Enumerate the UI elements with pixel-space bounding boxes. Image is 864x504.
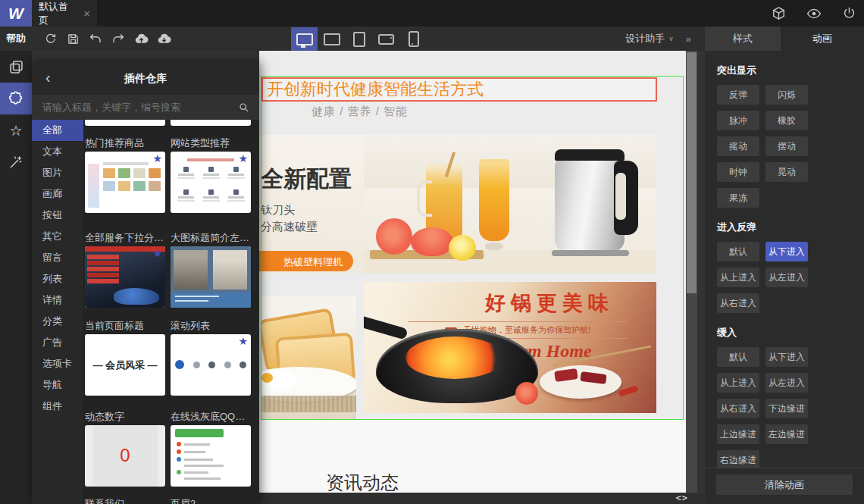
plugin-card-scroll-list[interactable]: ★ xyxy=(171,334,251,396)
animation-button[interactable]: 下边缘进 xyxy=(765,399,808,418)
feature-cta-button[interactable]: 热破壁料理机 xyxy=(259,251,353,271)
animation-button[interactable]: 闪烁 xyxy=(765,85,808,105)
sidebar-item-pages[interactable] xyxy=(0,51,32,83)
site-hero-subtitle[interactable]: 健康 / 营养 / 智能 xyxy=(282,105,437,119)
animation-button[interactable]: 晃动 xyxy=(765,162,808,182)
plugin-card-image-slider[interactable] xyxy=(171,246,251,308)
left-sidebar: ☆ xyxy=(0,51,32,504)
design-assistant-dropdown[interactable]: 设计助手 ∨ xyxy=(625,32,674,45)
plugin-category-11[interactable]: 选项卡 xyxy=(32,353,83,374)
plugin-search-bar[interactable] xyxy=(32,95,259,120)
news-section[interactable]: 资讯动态 xyxy=(259,419,686,493)
device-desktop-button[interactable] xyxy=(291,27,318,51)
animation-button[interactable]: 橡胶 xyxy=(765,111,808,130)
design-canvas[interactable]: 开创新时代健康智能生活方式 健康 / 营养 / 智能 全新配置 钛刀头 分高速破… xyxy=(259,51,686,493)
animation-button[interactable]: 时钟 xyxy=(717,162,759,182)
plugin-category-10[interactable]: 广告 xyxy=(32,332,83,353)
redo-icon[interactable] xyxy=(110,30,127,48)
animation-button[interactable]: 摆动 xyxy=(765,136,808,156)
device-tablet-portrait-button[interactable] xyxy=(346,27,372,51)
animation-button[interactable]: 从左进入 xyxy=(765,373,808,393)
animation-button[interactable]: 从右进入 xyxy=(717,293,759,313)
save-icon[interactable] xyxy=(64,30,81,48)
animation-button[interactable]: 果冻 xyxy=(717,188,759,208)
device-tablet-landscape-button[interactable] xyxy=(318,27,345,51)
kettle-banner-image[interactable] xyxy=(364,135,656,273)
refresh-icon[interactable] xyxy=(42,30,58,48)
plugin-category-7[interactable]: 列表 xyxy=(32,268,83,290)
canvas-scrollbar[interactable] xyxy=(686,51,697,493)
plugin-card-partial[interactable] xyxy=(85,120,165,126)
plugin-category-0[interactable]: 全部 xyxy=(32,120,83,141)
device-phone-portrait-button[interactable] xyxy=(400,27,427,51)
help-button[interactable]: 帮助 xyxy=(6,27,26,51)
animation-button[interactable]: 从下进入 xyxy=(765,347,808,367)
plugin-card-hot-products[interactable]: ★ xyxy=(85,152,165,213)
animation-button[interactable]: 脉冲 xyxy=(717,111,759,130)
plugin-category-13[interactable]: 组件 xyxy=(32,396,83,417)
plugin-card-qq-service[interactable] xyxy=(171,425,251,487)
animation-button[interactable]: 反弹 xyxy=(717,85,759,105)
components-cube-icon[interactable] xyxy=(772,6,786,20)
animation-button[interactable]: 右边缘进 xyxy=(717,450,759,468)
cloud-upload-icon[interactable] xyxy=(133,30,149,48)
search-icon[interactable] xyxy=(238,102,250,114)
sidebar-item-plugins[interactable] xyxy=(0,83,32,114)
collapse-panel-arrows[interactable]: » xyxy=(686,33,691,45)
site-hero-title[interactable]: 开创新时代健康智能生活方式 xyxy=(263,79,656,99)
preview-eye-icon[interactable] xyxy=(806,6,822,21)
page-tab[interactable]: 默认首页 × xyxy=(32,0,97,27)
sidebar-item-favorites[interactable]: ☆ xyxy=(0,114,32,146)
wok-banner-image[interactable]: 好锅更美味 无忧购物，至诚服务为你保驾护航! Warm Home xyxy=(364,282,656,413)
plugin-category-9[interactable]: 分类 xyxy=(32,311,83,332)
animation-button[interactable]: 上边缘进 xyxy=(717,424,759,444)
animation-button[interactable]: 从左进入 xyxy=(765,268,808,287)
feature-text-block[interactable]: 全新配置 钛刀头 分高速破壁 热破壁料理机 xyxy=(259,135,364,273)
plugin-category-6[interactable]: 留言 xyxy=(32,247,83,268)
clear-animation-button[interactable]: 清除动画 xyxy=(716,474,853,495)
tab-animation[interactable]: 动画 xyxy=(781,27,864,51)
star-icon[interactable]: ★ xyxy=(238,153,248,164)
plugin-search-input[interactable] xyxy=(41,101,238,114)
animation-button[interactable]: 默认 xyxy=(717,242,759,261)
star-icon[interactable]: ★ xyxy=(152,153,162,164)
toast-banner-image[interactable] xyxy=(261,296,356,419)
tab-close-icon[interactable]: × xyxy=(83,8,90,19)
plugin-label: 热门推荐商品 xyxy=(85,136,165,150)
news-heading[interactable]: 资讯动态 xyxy=(326,471,399,493)
sidebar-item-wizard[interactable] xyxy=(0,146,32,178)
cloud-download-icon[interactable] xyxy=(155,30,172,48)
feature-line-2[interactable]: 分高速破壁 xyxy=(261,220,318,234)
plugin-card-page-title[interactable]: — 会员风采 — xyxy=(85,334,165,396)
plugin-card-partial[interactable] xyxy=(171,120,251,126)
power-exit-icon[interactable] xyxy=(842,6,856,20)
animation-button[interactable]: 从下进入 xyxy=(765,242,808,261)
back-arrow-icon[interactable]: ‹ xyxy=(45,62,51,95)
plugin-card-dropdown-menu[interactable]: ★ xyxy=(85,246,165,308)
undo-icon[interactable] xyxy=(87,30,104,48)
animation-button[interactable]: 左边缘进 xyxy=(765,424,808,444)
scrollbar-thumb[interactable] xyxy=(687,52,697,293)
animation-button[interactable]: 从上进入 xyxy=(717,268,759,287)
animation-button[interactable]: 摇动 xyxy=(717,136,759,156)
plugin-card-dynamic-number[interactable]: 0 xyxy=(85,425,165,487)
animation-button[interactable]: 默认 xyxy=(717,347,759,367)
plugin-card-website-types[interactable]: ★ xyxy=(171,152,251,213)
feature-line-1[interactable]: 钛刀头 xyxy=(261,203,295,218)
plugin-category-8[interactable]: 详情 xyxy=(32,290,83,311)
animation-button[interactable]: 从右进入 xyxy=(717,399,759,418)
plugin-category-4[interactable]: 按钮 xyxy=(32,205,83,226)
selected-title-element[interactable]: 开创新时代健康智能生活方式 xyxy=(261,77,657,102)
code-view-icon[interactable]: <> xyxy=(676,493,688,504)
tab-style[interactable]: 样式 xyxy=(705,27,781,51)
plugin-category-2[interactable]: 图片 xyxy=(32,162,83,183)
star-icon[interactable]: ★ xyxy=(238,336,248,346)
star-icon[interactable]: ★ xyxy=(152,248,162,258)
animation-button[interactable]: 从上进入 xyxy=(717,373,759,393)
plugin-category-5[interactable]: 其它 xyxy=(32,226,83,247)
plugin-category-1[interactable]: 文本 xyxy=(32,141,83,162)
feature-heading[interactable]: 全新配置 xyxy=(261,164,352,195)
plugin-category-12[interactable]: 导航 xyxy=(32,374,83,396)
plugin-category-3[interactable]: 画廊 xyxy=(32,183,83,205)
device-phone-landscape-button[interactable] xyxy=(373,27,399,51)
